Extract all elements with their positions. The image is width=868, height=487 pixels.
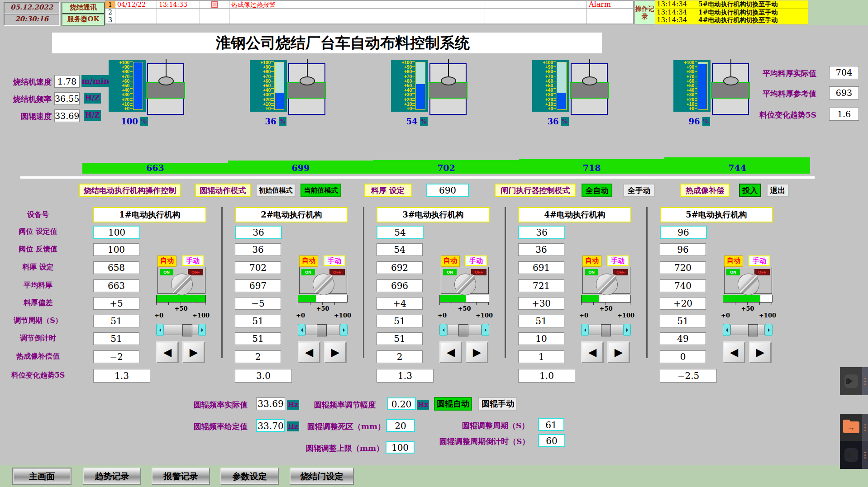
- auto-button[interactable]: 自动: [724, 255, 743, 267]
- bar-fill: [298, 295, 316, 302]
- percent-badge: %: [420, 117, 428, 126]
- actuator-control-label[interactable]: 烧结电动执行机构操作控制: [79, 184, 181, 197]
- widget-handle[interactable]: [862, 367, 868, 395]
- nav-sinter-gate-setting[interactable]: 烧结门设定: [290, 468, 354, 485]
- roller-mode-label[interactable]: 圆辊动作模式: [195, 184, 251, 197]
- sinter-freq-label: 烧结机频率: [5, 94, 52, 104]
- manual-button[interactable]: 手动: [749, 255, 770, 266]
- floating-folder-widget[interactable]: →: [840, 414, 868, 441]
- auto-button[interactable]: 自动: [582, 255, 601, 267]
- widget-handle[interactable]: [862, 441, 868, 469]
- rotary-knob-icon[interactable]: [596, 274, 618, 295]
- slider-right-arrow[interactable]: [482, 324, 489, 336]
- slider-thumb[interactable]: [601, 324, 611, 336]
- slider-thumb[interactable]: [317, 324, 327, 336]
- slider-left-arrow[interactable]: [156, 324, 164, 336]
- slider-left-arrow[interactable]: [298, 324, 305, 336]
- valve-slider[interactable]: [723, 324, 773, 336]
- scale-zero: +0: [579, 312, 588, 319]
- roller-upper-limit-input[interactable]: 100: [386, 441, 415, 454]
- floating-media-widget[interactable]: [840, 367, 868, 395]
- decrease-button[interactable]: ◀: [723, 341, 745, 363]
- scale-max: +100: [334, 312, 351, 319]
- on-off-switch[interactable]: ON OFF: [157, 267, 205, 294]
- nav-parameter-setting[interactable]: 参数设定: [220, 468, 279, 485]
- roller-adj-step-input[interactable]: 0.20: [387, 397, 416, 410]
- on-off-switch[interactable]: ON OFF: [724, 267, 772, 294]
- manual-button[interactable]: 手动: [324, 255, 345, 266]
- auto-button[interactable]: 自动: [299, 255, 318, 267]
- manual-button[interactable]: 手动: [465, 255, 487, 266]
- increase-button[interactable]: ▶: [324, 341, 347, 363]
- auto-button[interactable]: 自动: [441, 255, 460, 267]
- auto-button[interactable]: 自动: [157, 255, 176, 267]
- decrease-button[interactable]: ◀: [439, 341, 462, 363]
- rotary-knob-icon[interactable]: [454, 274, 476, 295]
- increase-button[interactable]: ▶: [182, 341, 205, 363]
- on-off-switch[interactable]: ON OFF: [582, 267, 630, 294]
- current-mode-button[interactable]: 当前值模式: [300, 184, 341, 197]
- roller-manual-button[interactable]: 圆辊手动: [478, 397, 517, 411]
- decrease-button[interactable]: ◀: [581, 341, 604, 363]
- nav-alarm-record[interactable]: 报警记录: [152, 468, 210, 485]
- thickness-set-value: 691: [518, 261, 564, 274]
- nav-main-screen[interactable]: 主画面: [12, 468, 72, 485]
- operation-record-title: 操作记录: [634, 0, 655, 24]
- slider-left-arrow[interactable]: [723, 324, 730, 336]
- slider-left-arrow[interactable]: [581, 324, 589, 336]
- gate-mode-label[interactable]: 闸门执行器控制模式: [495, 184, 576, 197]
- valve-slider[interactable]: [156, 324, 206, 336]
- slider-thumb[interactable]: [182, 324, 192, 336]
- gauge-ticks: [695, 61, 697, 110]
- on-off-switch[interactable]: ON OFF: [299, 267, 347, 294]
- manual-button[interactable]: 手动: [607, 255, 629, 266]
- slider-right-arrow[interactable]: [623, 324, 631, 336]
- valve-set-input[interactable]: 54: [377, 226, 424, 239]
- valve-slider[interactable]: [298, 324, 348, 336]
- level-segment: 718: [519, 159, 665, 174]
- increase-button[interactable]: ▶: [607, 341, 630, 363]
- slider-right-arrow[interactable]: [340, 324, 348, 336]
- full-manual-button[interactable]: 全手动: [623, 184, 655, 197]
- decrease-button[interactable]: ◀: [156, 341, 179, 363]
- valve-slider[interactable]: [439, 324, 489, 336]
- rotary-knob-icon[interactable]: [171, 274, 193, 295]
- full-auto-button[interactable]: 全自动: [582, 184, 612, 197]
- slider-thumb[interactable]: [458, 324, 468, 336]
- roller-speed-value: 33.69: [54, 109, 80, 122]
- rotary-knob-icon[interactable]: [738, 274, 759, 295]
- floating-media-widget[interactable]: [840, 441, 868, 469]
- nav-trend-record[interactable]: 趋势记录: [83, 468, 141, 485]
- roller-cycle-input[interactable]: 61: [538, 418, 564, 431]
- rotary-knob-icon[interactable]: [313, 274, 334, 295]
- on-off-switch[interactable]: ON OFF: [441, 267, 489, 294]
- increase-button[interactable]: ▶: [749, 341, 772, 363]
- slider-right-arrow[interactable]: [198, 324, 206, 336]
- slider-right-arrow[interactable]: [765, 324, 773, 336]
- roller-deadzone-input[interactable]: 20: [386, 419, 415, 432]
- thickness-deviation-value: +30: [518, 297, 564, 310]
- slider-thumb[interactable]: [748, 324, 758, 336]
- engage-button[interactable]: 投入: [739, 184, 761, 197]
- manual-button[interactable]: 手动: [182, 255, 204, 266]
- thickness-set-input[interactable]: 690: [426, 184, 469, 197]
- op-message: 1#电动执行机构切换至手动: [698, 9, 777, 16]
- scale-mid: +50: [581, 305, 631, 312]
- exit-button[interactable]: 退出: [767, 184, 789, 197]
- device-header: 2#电动执行机构: [235, 207, 348, 222]
- decrease-button[interactable]: ◀: [298, 341, 320, 363]
- roller-auto-button[interactable]: 圆辊自动: [434, 397, 472, 411]
- valve-set-input[interactable]: 36: [518, 226, 565, 239]
- valve-set-input[interactable]: 36: [235, 226, 282, 239]
- valve-set-input[interactable]: 100: [93, 226, 140, 239]
- increase-button[interactable]: ▶: [466, 341, 488, 363]
- roller-freq-set-input[interactable]: 33.70: [256, 419, 285, 432]
- slider-left-arrow[interactable]: [439, 324, 447, 336]
- alarm-row-number: 2: [105, 9, 115, 16]
- valve-set-input[interactable]: 96: [660, 226, 707, 239]
- server-status-button[interactable]: 服务器OK: [62, 14, 105, 26]
- valve-slider[interactable]: [581, 324, 631, 336]
- initial-mode-button[interactable]: 初始值模式: [256, 184, 296, 197]
- comm-status-button[interactable]: 烧结通讯: [62, 2, 105, 14]
- widget-handle[interactable]: [862, 414, 868, 441]
